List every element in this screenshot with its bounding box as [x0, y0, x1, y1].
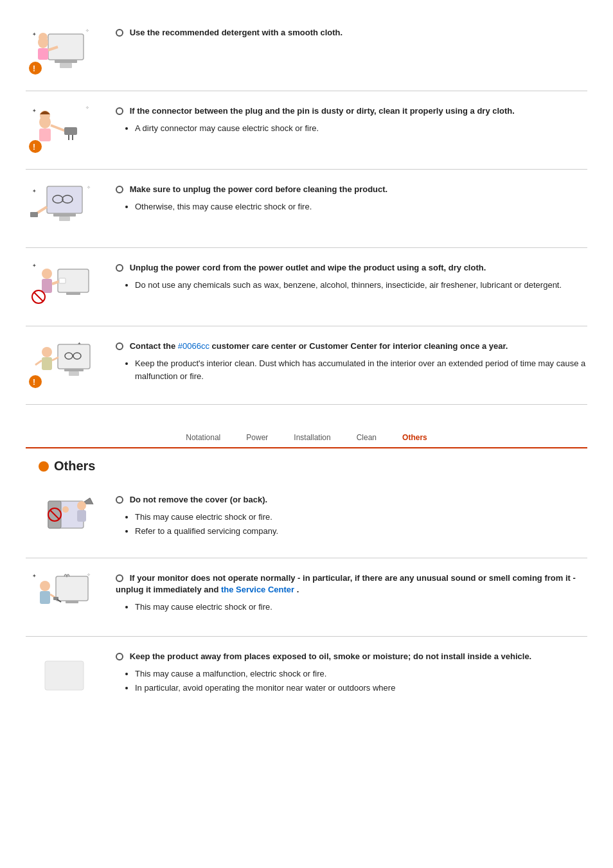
bullet-list-5: Keep the product's interior clean. Dust … — [116, 357, 587, 382]
tab-others[interactable]: Others — [389, 430, 440, 445]
tab-notational[interactable]: Notational — [173, 430, 233, 445]
clean-illustration-1: ✦ ✧ ! — [29, 24, 96, 76]
content-area-4: Unplug the power cord from the power out… — [116, 260, 587, 293]
nav-tabs: Notational Power Installation Clean Othe… — [26, 430, 587, 448]
svg-line-30 — [37, 207, 47, 213]
icon-area-3: ✦ ✧ — [26, 181, 103, 236]
clean-illustration-5: ✦ ✧ — [29, 338, 96, 389]
bullet-icon-4 — [116, 264, 123, 272]
clean-row-5: ✦ ✧ — [26, 326, 587, 405]
svg-rect-43 — [58, 344, 90, 369]
svg-rect-64 — [56, 576, 88, 601]
svg-rect-6 — [38, 48, 48, 60]
others-instruction-1: Do not remove the cover (or back). — [116, 494, 587, 506]
svg-rect-15 — [39, 128, 51, 141]
bullet-list-2: A dirty connector may cause electric sho… — [116, 122, 587, 135]
bullet-4-1: Do not use any chemicals such as wax, be… — [135, 279, 587, 292]
icon-wrapper-5: ✦ ✧ — [29, 338, 100, 393]
clean-illustration-4: ✦ — [29, 260, 96, 311]
instruction-3: Make sure to unplug the power cord befor… — [116, 184, 587, 195]
svg-rect-26 — [53, 213, 76, 217]
bullet-icon-2 — [116, 107, 123, 115]
icon-wrapper-1: ✦ ✧ ! — [29, 24, 100, 79]
svg-rect-17 — [64, 127, 77, 135]
tab-installation[interactable]: Installation — [281, 430, 343, 445]
service-center-link[interactable]: the Service Center — [221, 585, 294, 594]
tab-power[interactable]: Power — [233, 430, 281, 445]
svg-text:!: ! — [33, 378, 35, 387]
svg-rect-71 — [45, 661, 84, 690]
svg-rect-47 — [64, 369, 84, 371]
others-heading-text: Others — [54, 459, 95, 474]
bullet-list-3: Otherwise, this may cause electric shock… — [116, 200, 587, 213]
svg-rect-22 — [47, 186, 82, 213]
svg-rect-34 — [66, 292, 80, 295]
others-bullet-2-1: This may cause electric shock or fire. — [135, 601, 587, 614]
others-content-3: Keep the product away from places expose… — [116, 648, 587, 695]
svg-rect-36 — [42, 279, 52, 293]
svg-rect-2 — [60, 63, 72, 68]
samsung-link[interactable]: #0066cc — [178, 341, 209, 351]
icon-wrapper-4: ✦ — [29, 260, 100, 314]
svg-text:✦: ✦ — [32, 263, 37, 269]
svg-text:✦: ✦ — [32, 108, 37, 114]
others-bullet-1-1: This may cause electric shock or fire. — [135, 511, 587, 524]
content-area-3: Make sure to unplug the power cord befor… — [116, 181, 587, 215]
svg-line-51 — [35, 360, 42, 365]
svg-text:✦: ✦ — [32, 573, 37, 579]
bullet-5-1: Keep the product's interior clean. Dust … — [135, 357, 587, 382]
clean-illustration-3: ✦ ✧ — [29, 181, 96, 233]
clean-illustration-2: ✦ ✧ ! — [29, 103, 96, 154]
others-bullet-icon-3 — [116, 653, 123, 660]
others-heading: Others — [39, 459, 587, 474]
bullet-list-4: Do not use any chemicals such as wax, be… — [116, 279, 587, 292]
svg-rect-1 — [55, 60, 77, 63]
icon-wrapper-3: ✦ ✧ — [29, 181, 100, 236]
icon-wrapper-2: ✦ ✧ ! — [29, 103, 100, 157]
others-illustration-2: ✦ ✧ — [29, 570, 96, 621]
others-icon-area-3 — [26, 648, 103, 703]
svg-point-20 — [29, 140, 42, 153]
svg-rect-67 — [40, 591, 50, 604]
others-bullet-3-1: This may cause a malfunction, electric s… — [135, 668, 587, 680]
bullet-icon-5 — [116, 342, 123, 350]
svg-rect-38 — [59, 278, 66, 283]
icon-area-2: ✦ ✧ ! — [26, 103, 103, 157]
bullet-icon-1 — [116, 29, 123, 37]
others-instruction-3: Keep the product away from places expose… — [116, 651, 587, 662]
others-illustration-3 — [29, 648, 96, 700]
svg-rect-50 — [42, 357, 52, 370]
svg-text:✧: ✧ — [85, 28, 89, 33]
others-heading-icon — [39, 461, 49, 472]
page-container: ✦ ✧ ! Use the recommended detergent with… — [0, 0, 613, 727]
svg-text:✦: ✦ — [32, 188, 37, 194]
others-bullet-list-2: This may cause electric shock or fire. — [116, 601, 587, 614]
others-row-1: Do not remove the cover (or back). This … — [26, 480, 587, 558]
svg-text:!: ! — [33, 64, 35, 73]
clean-row-3: ✦ ✧ Make sure to unplug the power cord b… — [26, 170, 587, 248]
svg-rect-61 — [77, 510, 86, 522]
svg-point-49 — [42, 347, 52, 357]
others-bullet-list-1: This may cause electric shock or fire. R… — [116, 511, 587, 537]
clean-row-2: ✦ ✧ ! — [26, 91, 587, 170]
others-instruction-2: If your monitor does not operate normall… — [116, 572, 587, 596]
others-bullet-icon-2 — [116, 574, 123, 582]
content-area-1: Use the recommended detergent with a smo… — [116, 24, 587, 44]
svg-point-9 — [29, 62, 42, 75]
svg-text:✧: ✧ — [87, 185, 91, 190]
svg-point-53 — [29, 375, 42, 388]
icon-area-4: ✦ — [26, 260, 103, 314]
svg-point-8 — [39, 33, 48, 42]
others-row-2: ✦ ✧ — [26, 558, 587, 637]
content-area-5: Contact the #0066cc customer care center… — [116, 338, 587, 384]
svg-line-40 — [34, 292, 43, 301]
tab-clean[interactable]: Clean — [344, 430, 389, 445]
svg-text:!: ! — [33, 143, 35, 152]
others-icon-area-1 — [26, 492, 103, 546]
svg-text:✧: ✧ — [85, 105, 89, 110]
bullet-3-1: Otherwise, this may cause electric shock… — [135, 200, 587, 213]
instruction-2: If the connector between the plug and th… — [116, 105, 587, 117]
svg-rect-48 — [69, 371, 79, 376]
others-icon-wrapper-2: ✦ ✧ — [29, 570, 100, 624]
others-content-2: If your monitor does not operate normall… — [116, 570, 587, 615]
